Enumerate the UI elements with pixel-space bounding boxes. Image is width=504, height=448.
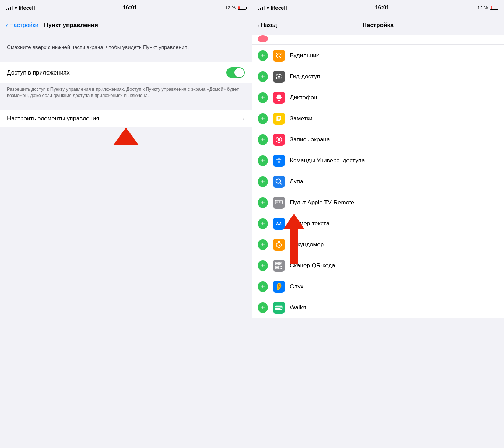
toggle-label: Доступ в приложениях	[7, 69, 70, 76]
battery-pct-left: 12 %	[225, 5, 236, 10]
app-icon-stopwatch	[273, 239, 285, 251]
app-icon-wallet	[273, 302, 285, 314]
item-name-guided: Гид-доступ	[290, 73, 498, 80]
add-btn-guided[interactable]: +	[258, 71, 268, 82]
menu-item-label: Настроить элементы управления	[7, 115, 99, 122]
customize-controls-item[interactable]: Настроить элементы управления ›	[0, 110, 252, 127]
back-button-right[interactable]: ‹ Назад	[258, 22, 277, 28]
menu-chevron-icon: ›	[243, 115, 245, 122]
time-left: 16:01	[123, 5, 137, 11]
left-panel: ▾ lifecell 16:01 12 % ‹ Настройки Пункт …	[0, 0, 252, 448]
carrier-name-right: lifecell	[271, 5, 287, 11]
battery-area-right: 12 %	[477, 5, 498, 10]
app-icon-apple-tv	[273, 197, 285, 209]
svg-point-9	[278, 157, 280, 159]
arrow-head	[113, 127, 139, 145]
svg-rect-18	[276, 263, 278, 264]
add-btn-apple-tv[interactable]: +	[258, 197, 268, 208]
nav-bar-right: ‹ Назад Настройка	[252, 15, 504, 35]
arrow-up-container	[0, 127, 252, 148]
status-bar-left: ▾ lifecell 16:01 12 %	[0, 0, 252, 15]
app-icon-guided	[273, 71, 285, 83]
item-name-apple-tv: Пульт Apple TV Remote	[290, 199, 498, 206]
list-item-voice[interactable]: +Диктофон	[252, 87, 504, 108]
item-name-magnifier: Лупа	[290, 178, 498, 185]
list-item-magnifier[interactable]: +Лупа	[252, 171, 504, 192]
carrier-left: ▾ lifecell	[6, 5, 35, 11]
intro-description: Смахните вверх с нижней части экрана, чт…	[0, 38, 252, 56]
item-name-qr: Сканер QR-кода	[290, 262, 498, 269]
left-content: Смахните вверх с нижней части экрана, чт…	[0, 35, 252, 448]
svg-rect-11	[275, 200, 282, 204]
wifi-icon-right: ▾	[267, 5, 269, 10]
right-arrow-head	[284, 214, 304, 229]
battery-fill-right	[491, 6, 492, 9]
section-list: +Будильник+Гид-доступ+Диктофон+Заметки+З…	[252, 45, 504, 318]
list-item-guided[interactable]: +Гид-доступ	[252, 66, 504, 87]
app-icon-magnifier	[273, 176, 285, 188]
list-item-apple-tv[interactable]: +Пульт Apple TV Remote	[252, 192, 504, 213]
svg-rect-23	[280, 266, 281, 267]
partial-top-item	[252, 35, 504, 45]
item-name-accessibility: Команды Универс. доступа	[290, 157, 498, 164]
controls-list: +Будильник+Гид-доступ+Диктофон+Заметки+З…	[252, 45, 504, 318]
toggle-desc-text: Разрешить доступ к Пункту управления в п…	[7, 86, 239, 98]
toggle-description: Разрешить доступ к Пункту управления в п…	[0, 83, 252, 104]
add-btn-screen-rec[interactable]: +	[258, 134, 268, 145]
add-btn-text-size[interactable]: +	[258, 218, 268, 229]
battery-pct-right: 12 %	[477, 5, 488, 10]
signal-icon-right	[258, 6, 265, 10]
add-btn-accessibility[interactable]: +	[258, 155, 268, 166]
battery-icon-right	[490, 6, 498, 10]
add-btn-stopwatch[interactable]: +	[258, 239, 268, 250]
toggle-card: Доступ в приложениях	[0, 62, 252, 83]
back-button-left[interactable]: ‹ Настройки	[6, 21, 38, 29]
item-name-wallet: Wallet	[290, 304, 498, 311]
list-item-accessibility[interactable]: +Команды Универс. доступа	[252, 150, 504, 171]
carrier-name-left: lifecell	[19, 5, 35, 11]
item-name-text-size: Размер текста	[290, 220, 498, 227]
carrier-right: ▾ lifecell	[258, 5, 287, 11]
wifi-icon: ▾	[15, 5, 17, 10]
add-btn-magnifier[interactable]: +	[258, 176, 268, 187]
list-item-alarm[interactable]: +Будильник	[252, 45, 504, 66]
svg-rect-29	[280, 308, 282, 309]
add-btn-alarm[interactable]: +	[258, 50, 268, 61]
svg-point-10	[276, 178, 281, 183]
svg-rect-2	[278, 76, 280, 77]
add-btn-qr[interactable]: +	[258, 260, 268, 271]
list-item-hearing[interactable]: +👂Слух	[252, 276, 504, 297]
access-in-apps-toggle[interactable]	[226, 67, 245, 78]
back-chevron-icon: ‹	[6, 21, 8, 29]
app-icon-hearing: 👂	[273, 281, 285, 293]
app-icon-notes	[273, 113, 285, 125]
right-arrow-shaft	[290, 229, 298, 264]
back-label-left: Настройки	[9, 22, 38, 29]
item-name-stopwatch: Секундомер	[290, 241, 498, 248]
page-title-right: Настройка	[363, 22, 394, 29]
list-item-wallet[interactable]: +Wallet	[252, 297, 504, 318]
list-item-notes[interactable]: +Заметки	[252, 108, 504, 129]
back-chevron-icon-right: ‹	[258, 22, 259, 28]
add-btn-voice[interactable]: +	[258, 92, 268, 103]
item-name-screen-rec: Запись экрана	[290, 136, 498, 143]
svg-rect-12	[276, 201, 278, 201]
back-label-right: Назад	[261, 22, 277, 28]
add-btn-notes[interactable]: +	[258, 113, 268, 124]
app-icon-accessibility	[273, 155, 285, 167]
item-name-hearing: Слух	[290, 283, 498, 290]
battery-area-left: 12 %	[225, 5, 246, 10]
right-panel: ▾ lifecell 16:01 12 % ‹ Назад Настройка …	[252, 0, 504, 448]
list-item-screen-rec[interactable]: +Запись экрана	[252, 129, 504, 150]
add-btn-wallet[interactable]: +	[258, 302, 268, 313]
status-bar-right: ▾ lifecell 16:01 12 %	[252, 0, 504, 15]
svg-rect-28	[275, 306, 282, 307]
svg-rect-24	[281, 266, 282, 267]
svg-rect-14	[276, 202, 278, 203]
add-btn-hearing[interactable]: +	[258, 281, 268, 292]
battery-fill-left	[238, 6, 240, 9]
app-icon-qr	[273, 260, 285, 272]
app-icon-screen-rec	[273, 134, 285, 146]
svg-rect-20	[280, 263, 282, 264]
item-name-voice: Диктофон	[290, 94, 498, 101]
